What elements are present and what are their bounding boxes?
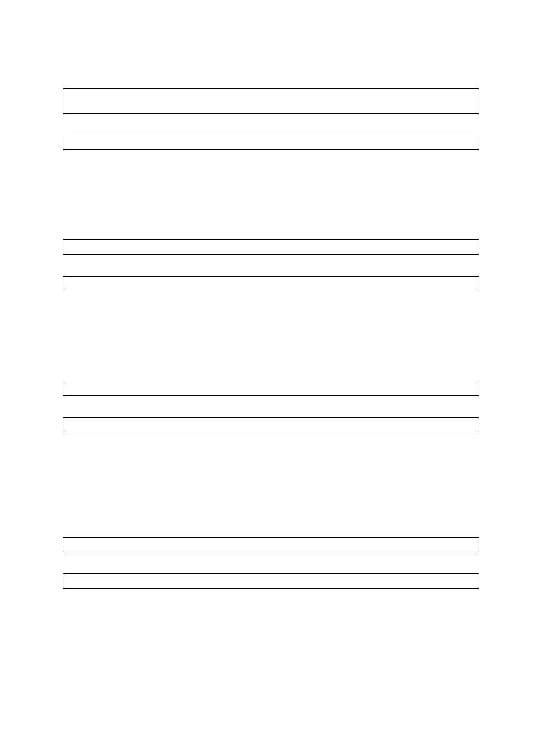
form-box-2 (63, 134, 479, 150)
form-box-7 (63, 537, 479, 552)
form-box-3 (63, 239, 479, 255)
form-box-1 (63, 88, 479, 114)
form-box-6 (63, 417, 479, 432)
form-box-4 (63, 276, 479, 291)
form-box-5 (63, 381, 479, 396)
form-box-8 (63, 573, 479, 589)
